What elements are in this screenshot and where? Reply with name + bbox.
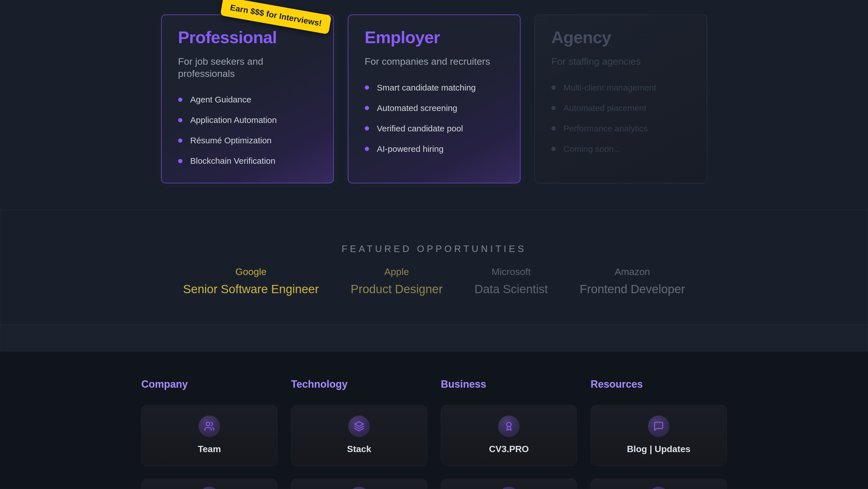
- plan-feature-list: Agent Guidance Application Automation Ré…: [178, 95, 317, 166]
- bullet-dot-icon: [552, 147, 556, 151]
- footer-column-business: Business CV3.PRO: [441, 378, 577, 489]
- job-company: Amazon: [580, 266, 685, 277]
- footer-column-heading: Company: [141, 378, 277, 390]
- feature-label: Coming soon...: [564, 144, 621, 154]
- footer-column-heading: Business: [441, 378, 577, 390]
- bullet-dot-icon: [365, 147, 369, 151]
- footer-card-partial[interactable]: [591, 479, 727, 489]
- plan-subtitle: For job seekers and professionals: [178, 55, 317, 80]
- bullet-dot-icon: [178, 118, 182, 122]
- layers-icon: [348, 415, 370, 437]
- footer-card-label: Stack: [347, 444, 371, 454]
- footer-column-heading: Technology: [291, 378, 427, 390]
- feature-label: Smart candidate matching: [377, 83, 476, 92]
- bullet-dot-icon: [552, 106, 556, 110]
- feature-item: Performance analytics: [552, 124, 690, 134]
- footer-column-resources: Resources Blog | Updates: [591, 378, 727, 489]
- job-role: Product Designer: [351, 282, 443, 296]
- footer-card-icon: [198, 487, 220, 489]
- job-role: Frontend Developer: [580, 282, 685, 296]
- plans-section: Earn $$$ for Interviews! Professional Fo…: [0, 0, 868, 210]
- job-company: Google: [183, 266, 319, 277]
- footer-card-icon: [648, 487, 670, 489]
- feature-label: Performance analytics: [564, 124, 648, 134]
- feature-label: Automated placement: [564, 103, 647, 113]
- plan-subtitle: For companies and recruiters: [365, 55, 503, 67]
- feature-label: Résumé Optimization: [190, 136, 272, 145]
- feature-label: Verified candidate pool: [377, 124, 463, 134]
- page: Earn $$$ for Interviews! Professional Fo…: [0, 0, 868, 489]
- feature-item: Agent Guidance: [178, 95, 317, 105]
- feature-label: Agent Guidance: [190, 95, 251, 105]
- feature-label: Automated screening: [377, 103, 458, 113]
- footer-card-cv3pro[interactable]: CV3.PRO: [441, 405, 577, 466]
- bullet-dot-icon: [365, 126, 369, 131]
- footer: Company Team Technology: [0, 352, 868, 489]
- footer-card-label: Blog | Updates: [627, 444, 690, 454]
- footer-card-stack[interactable]: Stack: [291, 405, 427, 466]
- job-item-amazon[interactable]: Amazon Frontend Developer: [580, 266, 685, 296]
- footer-card-label: CV3.PRO: [489, 444, 529, 454]
- footer-card-icon: [498, 487, 520, 489]
- feature-item: Automated screening: [365, 103, 503, 113]
- feature-item: Blockchain Verification: [178, 156, 317, 166]
- feature-label: Application Automation: [190, 115, 277, 125]
- featured-jobs-row: Google Senior Software Engineer Apple Pr…: [0, 266, 868, 296]
- plan-card-employer[interactable]: Employer For companies and recruiters Sm…: [348, 15, 521, 183]
- footer-card-partial[interactable]: [291, 479, 427, 489]
- footer-column-company: Company Team: [141, 378, 277, 489]
- footer-grid: Company Team Technology: [0, 378, 868, 489]
- job-role: Senior Software Engineer: [183, 282, 319, 296]
- featured-heading: FEATURED OPPORTUNITIES: [0, 243, 868, 254]
- bullet-dot-icon: [552, 126, 556, 131]
- feature-item: AI-powered hiring: [365, 144, 503, 154]
- message-icon: [648, 415, 670, 437]
- footer-card-team[interactable]: Team: [141, 405, 277, 466]
- bullet-dot-icon: [178, 97, 182, 102]
- plan-feature-list: Multi-client management Automated placem…: [552, 83, 690, 154]
- job-item-apple[interactable]: Apple Product Designer: [351, 266, 443, 296]
- plan-card-professional[interactable]: Earn $$$ for Interviews! Professional Fo…: [161, 15, 334, 183]
- feature-label: Multi-client management: [564, 83, 656, 92]
- bullet-dot-icon: [178, 159, 182, 163]
- plans-row: Earn $$$ for Interviews! Professional Fo…: [0, 15, 868, 183]
- bullet-dot-icon: [552, 85, 556, 90]
- footer-card-partial[interactable]: [441, 479, 577, 489]
- plan-title: Agency: [552, 28, 690, 47]
- job-company: Microsoft: [474, 266, 548, 277]
- footer-card-icon: [348, 487, 370, 489]
- spacer-strip: [0, 325, 868, 352]
- job-role: Data Scientist: [474, 282, 548, 296]
- footer-card-label: Team: [198, 444, 221, 454]
- feature-label: AI-powered hiring: [377, 144, 444, 154]
- footer-column-technology: Technology Stack: [291, 378, 427, 489]
- award-icon: [498, 415, 520, 437]
- feature-item: Multi-client management: [552, 83, 690, 92]
- footer-column-heading: Resources: [591, 378, 727, 390]
- job-item-microsoft[interactable]: Microsoft Data Scientist: [474, 266, 548, 296]
- feature-item: Application Automation: [178, 115, 317, 125]
- bullet-dot-icon: [365, 85, 369, 90]
- plan-title: Employer: [365, 28, 503, 47]
- footer-card-blog[interactable]: Blog | Updates: [591, 405, 727, 466]
- bullet-dot-icon: [178, 139, 182, 143]
- plan-title: Professional: [178, 28, 317, 47]
- feature-item: Résumé Optimization: [178, 136, 317, 145]
- bullet-dot-icon: [365, 106, 369, 110]
- feature-item: Coming soon...: [552, 144, 690, 154]
- plan-subtitle: For staffing agencies: [552, 55, 690, 67]
- plan-card-agency: Agency For staffing agencies Multi-clien…: [534, 15, 707, 183]
- feature-item: Smart candidate matching: [365, 83, 503, 92]
- job-item-google[interactable]: Google Senior Software Engineer: [183, 266, 319, 296]
- job-company: Apple: [351, 266, 443, 277]
- footer-card-partial[interactable]: [141, 479, 277, 489]
- plan-feature-list: Smart candidate matching Automated scree…: [365, 83, 503, 154]
- users-icon: [198, 415, 220, 437]
- featured-section: FEATURED OPPORTUNITIES Google Senior Sof…: [0, 210, 868, 325]
- feature-item: Verified candidate pool: [365, 124, 503, 134]
- feature-label: Blockchain Verification: [190, 156, 275, 166]
- feature-item: Automated placement: [552, 103, 690, 113]
